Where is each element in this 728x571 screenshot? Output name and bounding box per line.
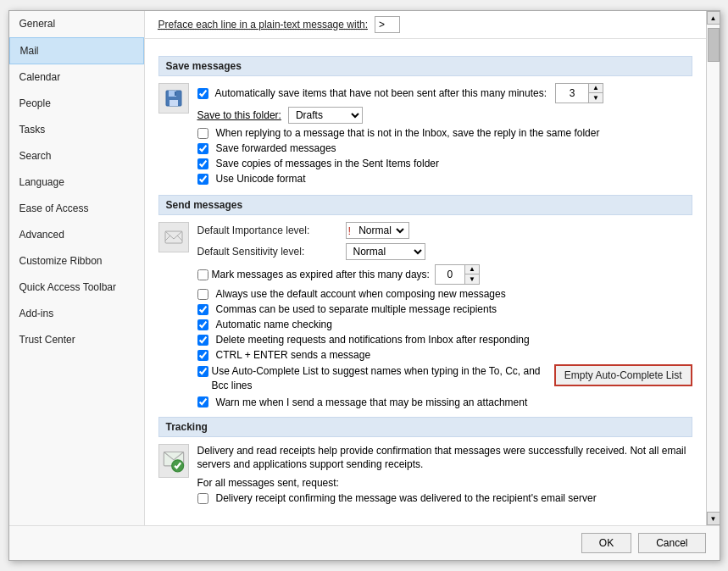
ok-button[interactable]: OK (581, 533, 631, 553)
spinner-up[interactable]: ▲ (589, 84, 603, 93)
auto-name-label[interactable]: Automatic name checking (197, 319, 332, 330)
sidebar-item-language[interactable]: Language (9, 169, 144, 196)
expire-row: Mark messages as expired after this many… (197, 264, 692, 285)
ctrl-enter-row: CTRL + ENTER sends a message (197, 349, 692, 361)
auto-save-checkbox[interactable] (197, 88, 208, 99)
auto-save-row: Automatically save items that have not b… (197, 83, 692, 103)
autocomplete-row: Use Auto-Complete List to suggest names … (197, 364, 692, 393)
sensitivity-row: Default Sensitivity level: Normal Person… (197, 243, 692, 260)
minutes-input[interactable] (556, 86, 588, 101)
save-forwarded-checkbox[interactable] (197, 143, 208, 154)
folder-label: Save to this folder: (197, 109, 281, 121)
save-to-folder-row: Save to this folder: Drafts Inbox Sent I… (197, 107, 692, 124)
sidebar-item-trust-center[interactable]: Trust Center (9, 327, 144, 353)
delete-meeting-checkbox[interactable] (197, 335, 208, 346)
commas-row: Commas can be used to separate multiple … (197, 303, 692, 315)
sensitivity-label: Default Sensitivity level: (197, 246, 346, 258)
save-copies-label[interactable]: Save copies of messages in the Sent Item… (197, 158, 439, 169)
preface-input[interactable] (375, 16, 400, 33)
sidebar-item-advanced[interactable]: Advanced (9, 222, 144, 248)
spinner-buttons: ▲ ▼ (588, 84, 603, 103)
floppy-icon (164, 88, 184, 108)
importance-select-wrapper: ! Normal High Low (346, 222, 410, 239)
preface-row: Preface each line in a plain-text messag… (145, 11, 706, 39)
warn-attachment-row: Warn me when I send a message that may b… (197, 396, 692, 408)
ctrl-enter-label[interactable]: CTRL + ENTER sends a message (197, 349, 371, 361)
autocomplete-checkbox[interactable] (197, 366, 208, 377)
delivery-receipt-label[interactable]: Delivery receipt confirming the message … (197, 492, 597, 504)
sidebar-item-search[interactable]: Search (9, 143, 144, 169)
svg-rect-2 (169, 100, 178, 106)
tracking-description: Delivery and read receipts help provide … (197, 444, 692, 473)
save-forwarded-label[interactable]: Save forwarded messages (197, 142, 336, 154)
sidebar-item-customize-ribbon[interactable]: Customize Ribbon (9, 248, 144, 274)
tracking-text-area: Delivery and read receipts help provide … (197, 444, 692, 508)
options-dialog: General Mail Calendar People Tasks Searc… (8, 10, 720, 561)
auto-name-checkbox[interactable] (197, 319, 208, 330)
sidebar-item-quick-access-toolbar[interactable]: Quick Access Toolbar (9, 274, 144, 301)
dialog-footer: OK Cancel (9, 525, 720, 560)
expire-up[interactable]: ▲ (465, 265, 479, 274)
save-messages-section: Automatically save items that have not b… (158, 83, 692, 188)
expire-checkbox[interactable] (197, 269, 208, 280)
delete-meeting-label[interactable]: Delete meeting requests and notification… (197, 334, 530, 346)
sidebar: General Mail Calendar People Tasks Searc… (9, 11, 145, 525)
reply-same-folder-label[interactable]: When replying to a message that is not i… (197, 127, 600, 139)
sidebar-item-people[interactable]: People (9, 91, 144, 117)
preface-label: Preface each line in a plain-text messag… (158, 19, 368, 30)
for-all-label: For all messages sent, request: (197, 477, 692, 489)
sensitivity-select[interactable]: Normal Personal Private Confidential (346, 243, 425, 260)
tracking-section: Delivery and read receipts help provide … (158, 444, 692, 508)
scroll-up-button[interactable]: ▲ (707, 11, 720, 25)
delete-meeting-row: Delete meeting requests and notification… (197, 334, 692, 346)
scroll-thumb[interactable] (708, 28, 720, 62)
use-unicode-row: Use Unicode format (197, 173, 692, 185)
save-copies-checkbox[interactable] (197, 158, 208, 169)
always-default-checkbox[interactable] (197, 289, 208, 300)
autocomplete-text: Use Auto-Complete List to suggest names … (212, 364, 546, 393)
send-messages-header: Send messages (158, 195, 692, 215)
use-unicode-checkbox[interactable] (197, 174, 208, 185)
save-forwarded-row: Save forwarded messages (197, 142, 692, 154)
send-svg-icon (164, 227, 184, 247)
expire-label: Mark messages as expired after this many… (212, 269, 430, 280)
delivery-receipt-row: Delivery receipt confirming the message … (197, 492, 692, 504)
sidebar-item-ease-of-access[interactable]: Ease of Access (9, 196, 144, 222)
warn-attachment-checkbox[interactable] (197, 396, 208, 407)
commas-label[interactable]: Commas can be used to separate multiple … (197, 303, 497, 315)
save-options-group: Automatically save items that have not b… (197, 83, 692, 188)
sidebar-item-add-ins[interactable]: Add-ins (9, 301, 144, 327)
expire-spinner-buttons: ▲ ▼ (464, 265, 479, 284)
importance-select[interactable]: Normal High Low (353, 224, 407, 237)
autocomplete-btn-area: Empty Auto-Complete List (554, 364, 692, 386)
expire-days-input[interactable] (436, 267, 464, 282)
ctrl-enter-checkbox[interactable] (197, 350, 208, 361)
tracking-icon (158, 444, 189, 478)
reply-same-folder-checkbox[interactable] (197, 128, 208, 139)
tracking-header: Tracking (158, 417, 692, 437)
minutes-spinner: ▲ ▼ (555, 83, 603, 103)
vertical-scrollbar: ▲ ▼ (706, 11, 720, 525)
sidebar-item-mail[interactable]: Mail (9, 37, 144, 64)
delivery-receipt-checkbox[interactable] (197, 493, 208, 504)
commas-checkbox[interactable] (197, 304, 208, 315)
reply-same-folder-row: When replying to a message that is not i… (197, 127, 692, 139)
sidebar-item-tasks[interactable]: Tasks (9, 117, 144, 143)
sidebar-item-calendar[interactable]: Calendar (9, 64, 144, 91)
spinner-down[interactable]: ▼ (589, 93, 603, 103)
always-default-row: Always use the default account when comp… (197, 288, 692, 300)
autocomplete-check-area: Use Auto-Complete List to suggest names … (197, 364, 546, 393)
warn-attachment-label[interactable]: Warn me when I send a message that may b… (197, 396, 528, 408)
scroll-track[interactable] (707, 25, 720, 512)
folder-select[interactable]: Drafts Inbox Sent Items (288, 107, 363, 124)
send-options-group: Default Importance level: ! Normal High … (197, 222, 692, 412)
empty-autocomplete-button[interactable]: Empty Auto-Complete List (554, 364, 692, 386)
always-default-label[interactable]: Always use the default account when comp… (197, 288, 506, 300)
scroll-down-button[interactable]: ▼ (707, 512, 720, 525)
sidebar-item-general[interactable]: General (9, 11, 144, 37)
tracking-svg-icon (162, 447, 186, 474)
expire-down[interactable]: ▼ (465, 274, 479, 284)
auto-save-label: Automatically save items that have not b… (215, 87, 547, 99)
cancel-button[interactable]: Cancel (638, 533, 705, 553)
use-unicode-label[interactable]: Use Unicode format (197, 173, 306, 185)
